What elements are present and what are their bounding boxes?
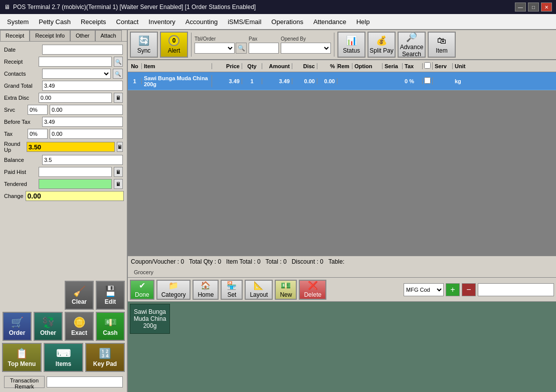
- receipt-search-button[interactable]: 🔍: [114, 57, 123, 67]
- tax-pct-input[interactable]: [28, 129, 48, 139]
- clear-button[interactable]: 🧹 Clear: [65, 281, 94, 310]
- calc-button[interactable]: 🖩: [114, 93, 123, 103]
- totalqty-status: Total Qty : 0: [189, 258, 221, 265]
- beforetax-input[interactable]: [42, 117, 123, 127]
- home-button[interactable]: 🏠 Home: [193, 280, 219, 300]
- balance-input[interactable]: [42, 155, 123, 165]
- topmenu-label: Top Menu: [8, 360, 36, 367]
- menu-receipts[interactable]: Receipts: [76, 16, 111, 28]
- keypad-icon: 🔢: [99, 347, 111, 359]
- tab-other[interactable]: Other: [70, 30, 95, 41]
- cash-button[interactable]: 💵 Cash: [96, 312, 125, 341]
- tab-receiptinfo[interactable]: Receipt Info: [30, 30, 70, 41]
- row-chk[interactable]: [423, 77, 433, 85]
- splitpay-label: Split Pay: [369, 47, 393, 54]
- menu-pettycash[interactable]: Petty Cash: [34, 16, 76, 28]
- contacts-select[interactable]: [42, 69, 111, 79]
- minus-button[interactable]: −: [462, 283, 476, 296]
- item-label: Item: [436, 47, 447, 54]
- close-button[interactable]: ✕: [541, 3, 552, 12]
- menu-contact[interactable]: Contact: [111, 16, 144, 28]
- new-button[interactable]: 💵 New: [275, 280, 297, 300]
- pax-input[interactable]: [249, 43, 279, 54]
- set-button[interactable]: 🏪 Set: [221, 280, 243, 300]
- done-button[interactable]: ✔ Done: [130, 280, 154, 300]
- contacts-row: Contacts 🔍: [4, 69, 123, 79]
- mfg-code-select[interactable]: MFG Cod: [404, 283, 444, 296]
- menu-help[interactable]: Help: [351, 16, 375, 28]
- transaction-remark-button[interactable]: Transaction Remark: [4, 376, 45, 388]
- item-search-input[interactable]: [478, 283, 554, 296]
- item-button[interactable]: 🛍 Item: [428, 32, 456, 58]
- menu-accounting[interactable]: Accounting: [180, 16, 223, 28]
- srvc-value-input[interactable]: [50, 105, 123, 115]
- keypad-button[interactable]: 🔢 Key Pad: [85, 343, 125, 372]
- menu-attendance[interactable]: Attendance: [308, 16, 351, 28]
- tbl-order-select[interactable]: [195, 43, 235, 54]
- grocery-bar: Grocery: [128, 267, 556, 278]
- tendered-input[interactable]: [39, 179, 112, 189]
- paidhist-calc-button[interactable]: 🖩: [114, 167, 123, 177]
- extradisc-input[interactable]: [39, 93, 112, 103]
- minimize-button[interactable]: —: [515, 3, 526, 12]
- sync-label: Sync: [137, 47, 151, 54]
- tax-value-input[interactable]: [50, 129, 123, 139]
- list-item[interactable]: Sawi Bunga Muda China 200g: [130, 304, 170, 334]
- itemtotal-status: Item Total : 0: [226, 258, 260, 265]
- tab-attach[interactable]: Attach: [95, 30, 122, 41]
- row-checkbox[interactable]: [424, 77, 431, 84]
- roundup-label: Round Up: [4, 141, 25, 153]
- menu-inventory[interactable]: Inventory: [143, 16, 180, 28]
- category-icon: 📁: [168, 281, 178, 290]
- splitpay-button[interactable]: 💰 Split Pay: [367, 32, 396, 58]
- tbl-search-button[interactable]: 🔍: [236, 43, 247, 54]
- items-button[interactable]: ⌨ Items: [44, 343, 83, 372]
- sync-button[interactable]: 🔄 Sync: [130, 32, 158, 58]
- plus-button[interactable]: +: [446, 283, 460, 296]
- category-button[interactable]: 📁 Category: [156, 280, 191, 300]
- tab-receipt[interactable]: Receipt: [0, 30, 30, 41]
- change-input[interactable]: [26, 191, 124, 201]
- col-serial-header: Seria: [383, 63, 403, 69]
- col-disc-header: Disc: [292, 63, 317, 69]
- header-checkbox[interactable]: [424, 62, 431, 69]
- table-row[interactable]: 1 Sawi Bunga Muda China 200g 3.49 1 3.49…: [128, 72, 556, 90]
- bottom-buttons: 🧹 Clear 💾 Edit 🛒 Order 💱 Other: [0, 279, 127, 392]
- status-button[interactable]: 📊 Status: [337, 32, 365, 58]
- maximize-button[interactable]: □: [528, 3, 539, 12]
- row-amount: 3.49: [262, 78, 292, 84]
- order-button[interactable]: 🛒 Order: [3, 312, 32, 341]
- date-label: Date: [4, 47, 40, 53]
- layout-label: Layout: [250, 291, 268, 298]
- splitpay-icon: 💰: [376, 35, 387, 46]
- alert-button[interactable]: 0 Alert: [160, 32, 188, 58]
- alert-label: Alert: [168, 47, 180, 54]
- date-input[interactable]: [42, 45, 123, 55]
- advsearch-button[interactable]: 🔎 Advance Search: [398, 32, 426, 58]
- roundup-input[interactable]: [27, 142, 115, 152]
- tendered-calc-button[interactable]: 🖩: [114, 179, 123, 189]
- delete-button[interactable]: ❌ Delete: [299, 280, 326, 300]
- layout-button[interactable]: 📐 Layout: [245, 280, 273, 300]
- menu-isms[interactable]: iSMS/Email: [223, 16, 266, 28]
- other-button[interactable]: 💱 Other: [34, 312, 63, 341]
- grandtotal-input[interactable]: [42, 81, 123, 91]
- menu-operations[interactable]: Operations: [266, 16, 308, 28]
- receipt-input[interactable]: [39, 57, 112, 67]
- row-pct: 0.00: [317, 78, 337, 84]
- roundup-calc-button[interactable]: 🖩: [117, 142, 123, 152]
- edit-button[interactable]: 💾 Edit: [96, 281, 125, 310]
- opened-by-select[interactable]: [281, 43, 331, 54]
- contacts-search-button[interactable]: 🔍: [113, 69, 123, 79]
- clear-icon: 🧹: [73, 285, 86, 297]
- topmenu-button[interactable]: 📋 Top Menu: [2, 343, 42, 372]
- nav-buttons-row: 📋 Top Menu ⌨ Items 🔢 Key Pad: [2, 343, 125, 372]
- menu-system[interactable]: System: [2, 16, 34, 28]
- transaction-remark-input[interactable]: [47, 376, 123, 387]
- paidhist-input[interactable]: [39, 167, 112, 177]
- set-label: Set: [227, 291, 236, 298]
- srvc-pct-input[interactable]: [28, 105, 48, 115]
- col-tax-header: Tax: [403, 63, 423, 69]
- title-bar-controls[interactable]: — □ ✕: [515, 3, 552, 12]
- exact-button[interactable]: 🪙 Exact: [65, 312, 94, 341]
